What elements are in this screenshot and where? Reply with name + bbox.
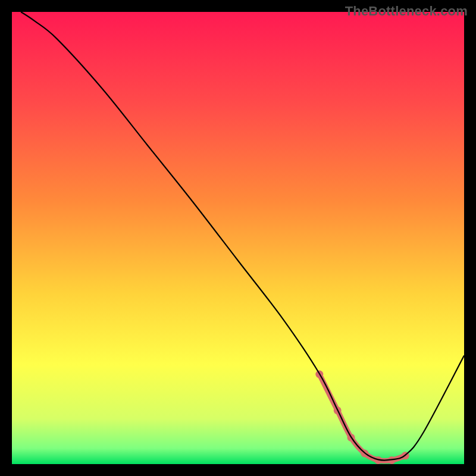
chart-frame: TheBottleneck.com xyxy=(0,0,476,476)
chart-svg xyxy=(12,12,464,464)
plot-area xyxy=(12,12,464,464)
gradient-background xyxy=(12,12,464,464)
watermark-text: TheBottleneck.com xyxy=(345,4,468,19)
